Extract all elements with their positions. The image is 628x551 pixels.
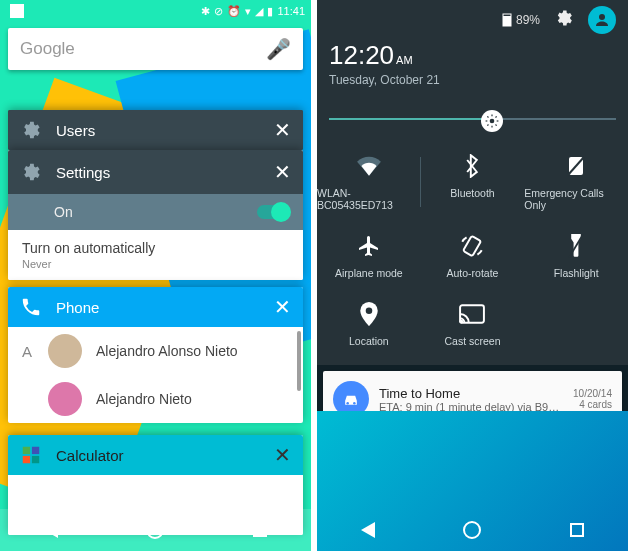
switch-on[interactable] [257, 205, 289, 219]
close-icon[interactable]: ✕ [274, 295, 291, 319]
battery-icon [502, 13, 512, 27]
close-icon[interactable]: ✕ [274, 118, 291, 142]
tile-airplane[interactable]: Airplane mode [317, 233, 421, 279]
qs-tiles: WLAN-BC05435ED713 Bluetooth Emergency Ca… [317, 143, 628, 365]
tile-cast[interactable]: Cast screen [421, 301, 525, 347]
contact-row[interactable]: Alejandro Nieto [8, 375, 303, 423]
auto-value: Never [22, 258, 289, 270]
clock: 11:41 [277, 5, 305, 17]
settings-auto-row[interactable]: Turn on automatically Never [8, 230, 303, 280]
tile-label: WLAN-BC05435ED713 [317, 187, 421, 211]
tile-label: Bluetooth [450, 187, 494, 199]
phone-icon [20, 296, 42, 318]
svg-point-23 [366, 307, 373, 314]
notif-count: 4 cards [573, 399, 612, 410]
ampm: AM [396, 54, 413, 66]
svg-line-16 [496, 125, 497, 126]
dnd-icon: ⊘ [214, 5, 223, 18]
search-placeholder: Google [20, 39, 266, 59]
alpha-index: A [22, 343, 40, 360]
close-icon[interactable]: ✕ [274, 443, 291, 467]
tile-cellular[interactable]: Emergency Calls Only [524, 153, 628, 211]
flashlight-icon [568, 233, 584, 259]
home-button[interactable] [146, 521, 164, 539]
calculator-icon [20, 444, 42, 466]
card-title: Settings [56, 164, 110, 181]
airplane-icon [357, 233, 381, 259]
recent-card-phone[interactable]: Phone ✕ A Alejandro Alonso Nieto Alejand… [8, 287, 303, 423]
settings-icon[interactable] [554, 8, 574, 33]
tile-label: Cast screen [444, 335, 500, 347]
tile-flashlight[interactable]: Flashlight [524, 233, 628, 279]
svg-rect-4 [23, 456, 30, 463]
bluetooth-icon [464, 153, 480, 179]
recents-button[interactable] [570, 523, 584, 537]
svg-line-15 [487, 116, 488, 117]
auto-label: Turn on automatically [22, 240, 289, 256]
location-icon [360, 301, 378, 327]
recents-screen: ✱ ⊘ ⏰ ▾ ◢ ▮ 11:41 Google 🎤 Users ✕ [0, 0, 311, 551]
status-bar: ✱ ⊘ ⏰ ▾ ◢ ▮ 11:41 [0, 0, 311, 22]
svg-line-18 [496, 116, 497, 117]
gear-icon [20, 119, 42, 141]
tile-label: Emergency Calls Only [524, 187, 628, 211]
card-title: Phone [56, 299, 99, 316]
qs-header: 89% [329, 6, 616, 34]
contact-name: Alejandro Alonso Nieto [96, 343, 238, 359]
tile-location[interactable]: Location [317, 301, 421, 347]
card-title: Users [56, 122, 95, 139]
slider-fill [329, 118, 487, 120]
svg-point-25 [461, 321, 463, 323]
cast-icon [459, 301, 485, 327]
recent-card-users[interactable]: Users ✕ [8, 110, 303, 150]
svg-rect-7 [503, 16, 511, 26]
tile-bluetooth[interactable]: Bluetooth [421, 153, 525, 211]
rotate-icon [459, 233, 485, 259]
tile-rotate[interactable]: Auto-rotate [421, 233, 525, 279]
bluetooth-icon: ✱ [201, 5, 210, 18]
tile-label: Airplane mode [335, 267, 403, 279]
nav-bar [0, 509, 311, 551]
battery-icon: ▮ [267, 5, 273, 18]
recent-card-settings[interactable]: Settings ✕ On Turn on automatically Neve… [8, 150, 303, 280]
date: Tuesday, October 21 [329, 73, 616, 87]
back-button[interactable] [44, 522, 58, 538]
svg-rect-2 [23, 447, 30, 454]
toggle-label: On [54, 204, 73, 220]
time: 12:20 [329, 40, 394, 70]
user-avatar[interactable] [588, 6, 616, 34]
close-icon[interactable]: ✕ [274, 160, 291, 184]
contact-name: Alejandro Nieto [96, 391, 192, 407]
notif-text: Time to Home ETA: 9 min (1 minute delay)… [379, 386, 563, 413]
google-search-bar[interactable]: Google 🎤 [8, 28, 303, 70]
brightness-icon[interactable] [481, 110, 503, 132]
recents-button[interactable] [253, 523, 267, 537]
svg-line-17 [487, 125, 488, 126]
mic-icon[interactable]: 🎤 [266, 37, 291, 61]
quick-settings-screen: 89% 12:20AM Tuesday, October 21 WLAN-BC0… [317, 0, 628, 551]
home-button[interactable] [463, 521, 481, 539]
alarm-icon: ⏰ [227, 5, 241, 18]
svg-point-26 [346, 402, 349, 405]
svg-point-27 [353, 402, 356, 405]
recent-apps-stack: Users ✕ Settings ✕ On Turn on automatica… [8, 80, 303, 506]
notif-title: Time to Home [379, 386, 563, 401]
avatar [48, 334, 82, 368]
back-button[interactable] [361, 522, 375, 538]
wifi-icon [356, 153, 382, 179]
gear-icon [20, 161, 42, 183]
svg-point-10 [490, 119, 495, 124]
contact-row[interactable]: A Alejandro Alonso Nieto [8, 327, 303, 375]
svg-rect-3 [32, 447, 39, 454]
svg-point-9 [599, 14, 605, 20]
scrollbar[interactable] [297, 331, 301, 391]
clock-block[interactable]: 12:20AM Tuesday, October 21 [329, 40, 616, 87]
battery-status: 89% [502, 13, 540, 27]
settings-toggle-row[interactable]: On [8, 194, 303, 230]
svg-rect-5 [32, 456, 39, 463]
tile-wifi[interactable]: WLAN-BC05435ED713 [317, 153, 421, 211]
brightness-slider[interactable] [329, 109, 616, 129]
tile-label: Auto-rotate [447, 267, 499, 279]
tile-label: Location [349, 335, 389, 347]
notif-meta: 10/20/14 4 cards [573, 388, 612, 410]
